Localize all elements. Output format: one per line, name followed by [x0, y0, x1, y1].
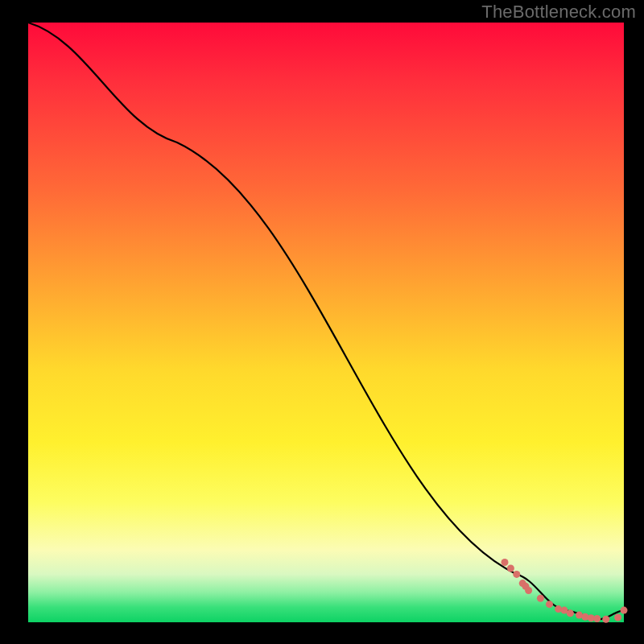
- data-point: [513, 571, 520, 578]
- data-point: [621, 607, 628, 614]
- chart-overlay: [0, 0, 644, 644]
- data-point: [525, 587, 532, 594]
- data-point: [614, 614, 621, 621]
- data-point: [555, 605, 562, 613]
- data-point: [502, 559, 509, 566]
- scatter-markers: [502, 559, 628, 623]
- data-point: [593, 615, 601, 622]
- curve-line: [28, 23, 624, 619]
- data-point: [581, 613, 588, 621]
- data-point: [507, 564, 514, 572]
- chart-frame: TheBottleneck.com: [0, 0, 644, 644]
- data-point: [602, 616, 609, 623]
- data-point: [546, 601, 553, 608]
- data-point: [567, 609, 574, 617]
- watermark-text: TheBottleneck.com: [481, 2, 636, 23]
- data-point: [537, 595, 544, 602]
